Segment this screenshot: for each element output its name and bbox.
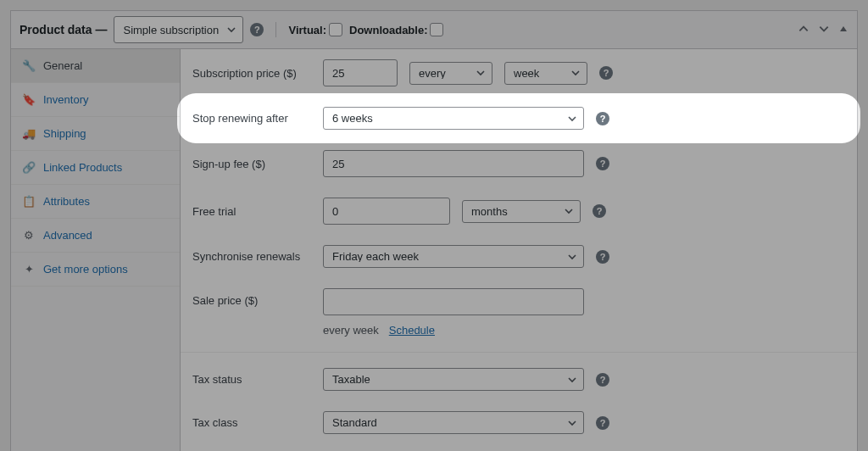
row-subscription-price: Subscription price ($) every week ? bbox=[181, 49, 857, 97]
list-icon: 📋 bbox=[23, 195, 35, 208]
row-free-trial: Free trial months ? bbox=[181, 187, 857, 235]
help-icon[interactable]: ? bbox=[599, 66, 613, 80]
tab-attributes[interactable]: 📋 Attributes bbox=[11, 185, 180, 219]
help-icon[interactable]: ? bbox=[596, 373, 609, 387]
gear-icon: ⚙ bbox=[23, 229, 35, 242]
spark-icon: ✦ bbox=[23, 263, 35, 276]
row-sale-price: Sale price ($) every week Schedule bbox=[181, 278, 857, 347]
tab-advanced[interactable]: ⚙ Advanced bbox=[11, 219, 180, 253]
truck-icon: 🚚 bbox=[23, 127, 35, 140]
panel-body: 🔧 General 🔖 Inventory 🚚 Shipping 🔗 Linke… bbox=[11, 49, 857, 451]
wrench-icon: 🔧 bbox=[23, 59, 35, 72]
billing-period-select[interactable]: week bbox=[504, 62, 587, 85]
signup-fee-input[interactable] bbox=[323, 150, 584, 177]
tab-inventory[interactable]: 🔖 Inventory bbox=[11, 83, 180, 117]
row-tax-status: Tax status Taxable ? bbox=[181, 358, 857, 401]
product-general-content: Subscription price ($) every week ? Stop… bbox=[181, 49, 857, 451]
row-sync-renewals: Synchronise renewals Friday each week ? bbox=[181, 235, 857, 278]
virtual-checkbox[interactable] bbox=[329, 23, 342, 36]
collapse-icon[interactable] bbox=[838, 24, 849, 36]
row-signup-fee: Sign-up fee ($) ? bbox=[181, 140, 857, 187]
panel-header: Product data — Simple subscription ? Vir… bbox=[11, 11, 857, 49]
sale-price-input[interactable] bbox=[323, 288, 584, 315]
product-data-panel: Product data — Simple subscription ? Vir… bbox=[10, 10, 858, 451]
tax-class-select-wrap: Standard bbox=[323, 411, 584, 434]
free-trial-unit-select-wrap: months bbox=[462, 200, 581, 223]
separator bbox=[275, 22, 276, 37]
sale-price-subline: every week Schedule bbox=[323, 324, 584, 337]
downloadable-checkbox[interactable] bbox=[430, 23, 443, 36]
virtual-checkbox-label[interactable]: Virtual: bbox=[288, 23, 342, 36]
stop-renewing-select-wrap: 6 weeks bbox=[323, 107, 584, 130]
tag-icon: 🔖 bbox=[23, 93, 35, 106]
tab-get-more-options[interactable]: ✦ Get more options bbox=[11, 253, 180, 287]
tax-class-select[interactable]: Standard bbox=[323, 411, 584, 434]
help-icon[interactable]: ? bbox=[250, 23, 264, 36]
product-type-select[interactable]: Simple subscription bbox=[114, 16, 243, 43]
help-icon[interactable]: ? bbox=[596, 157, 609, 170]
stop-renewing-select[interactable]: 6 weeks bbox=[323, 107, 584, 130]
panel-header-controls bbox=[798, 23, 849, 37]
product-tabs: 🔧 General 🔖 Inventory 🚚 Shipping 🔗 Linke… bbox=[11, 49, 181, 451]
tab-general[interactable]: 🔧 General bbox=[11, 49, 180, 83]
tax-status-select[interactable]: Taxable bbox=[323, 368, 584, 391]
row-tax-class: Tax class Standard ? bbox=[181, 401, 857, 444]
schedule-link[interactable]: Schedule bbox=[389, 324, 435, 337]
help-icon[interactable]: ? bbox=[596, 250, 609, 264]
sync-renewals-select[interactable]: Friday each week bbox=[323, 245, 584, 268]
chevron-up-icon[interactable] bbox=[798, 23, 810, 37]
panel-title: Product data — bbox=[19, 23, 107, 36]
row-stop-renewing: Stop renewing after 6 weeks ? bbox=[181, 97, 857, 140]
help-icon[interactable]: ? bbox=[596, 112, 609, 125]
tab-linked-products[interactable]: 🔗 Linked Products bbox=[11, 151, 180, 185]
subscription-price-input[interactable] bbox=[323, 59, 398, 86]
product-type-select-wrap: Simple subscription bbox=[114, 16, 243, 43]
tax-status-select-wrap: Taxable bbox=[323, 368, 584, 391]
chevron-down-icon[interactable] bbox=[818, 23, 830, 37]
billing-period-select-wrap: week bbox=[504, 62, 587, 85]
sync-renewals-select-wrap: Friday each week bbox=[323, 245, 584, 268]
downloadable-checkbox-label[interactable]: Downloadable: bbox=[349, 23, 443, 36]
divider bbox=[181, 352, 857, 353]
billing-interval-select-wrap: every bbox=[409, 62, 492, 85]
help-icon[interactable]: ? bbox=[593, 204, 606, 218]
free-trial-unit-select[interactable]: months bbox=[462, 200, 581, 223]
help-icon[interactable]: ? bbox=[596, 416, 609, 430]
tab-shipping[interactable]: 🚚 Shipping bbox=[11, 117, 180, 151]
free-trial-input[interactable] bbox=[323, 198, 450, 225]
billing-interval-select[interactable]: every bbox=[409, 62, 492, 85]
link-icon: 🔗 bbox=[23, 161, 35, 174]
